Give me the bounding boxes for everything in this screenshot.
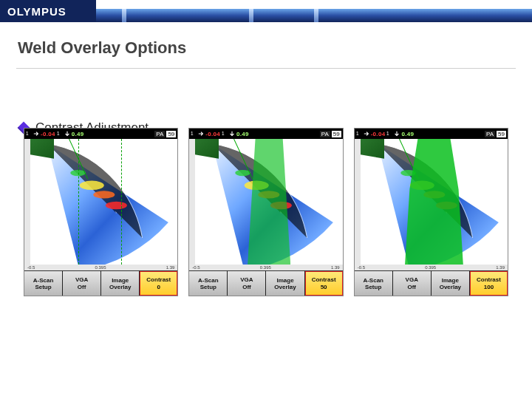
gate-line (121, 139, 122, 265)
readout-value-b: 0.49 (72, 131, 84, 137)
sector-scan-image: -0.5 0.395 1.39 (189, 139, 342, 270)
ascan-setup-button[interactable]: A-ScanSetup (355, 270, 393, 296)
image-overlay-button[interactable]: ImageOverlay (432, 270, 470, 296)
control-row: A-ScanSetup VGAOff ImageOverlay Contrast… (355, 270, 508, 296)
axis-vertical (355, 139, 361, 265)
vga-button[interactable]: VGAOff (393, 270, 432, 296)
mode-badge: PA (320, 131, 330, 137)
axis-horizontal: -0.5 0.395 1.39 (24, 265, 177, 270)
sector-scan-image: -0.5 0.395 1.39 (355, 139, 508, 270)
axis-tick: 1.39 (166, 265, 175, 270)
brand-bar: OLYMPUS (0, 0, 532, 22)
axis-vertical (189, 139, 195, 265)
svg-text:1: 1 (26, 131, 29, 136)
arrow-right-icon (33, 131, 39, 137)
panel-row: 1 -0.04 1 0.49 PA 59 (24, 128, 508, 296)
svg-text:1: 1 (57, 131, 60, 136)
svg-text:1: 1 (386, 131, 389, 136)
arrow-down-icon (64, 131, 70, 137)
axis-vertical (24, 139, 30, 265)
readout-bar: 1 -0.04 1 0.49 PA 59 (24, 129, 177, 139)
svg-point-3 (93, 191, 115, 198)
contrast-button[interactable]: Contrast50 (305, 270, 343, 296)
axis-tick: 0.395 (425, 265, 436, 270)
angle-badge: 59 (497, 131, 506, 137)
cursor-1-icon: 1 (26, 131, 32, 137)
readout-value-a: -0.04 (41, 131, 55, 137)
svg-point-4 (106, 202, 127, 209)
gate-line (78, 139, 79, 265)
svg-text:1: 1 (222, 131, 225, 136)
readout-value-b: 0.49 (401, 131, 414, 137)
arrow-down-icon (394, 131, 400, 137)
axis-tick: 1.39 (496, 265, 505, 270)
svg-text:1: 1 (191, 131, 194, 136)
contrast-button[interactable]: Contrast100 (470, 270, 508, 296)
image-overlay-button[interactable]: ImageOverlay (266, 270, 304, 296)
sector-scan-image: -0.5 0.395 1.39 (24, 139, 177, 270)
axis-horizontal: -0.5 0.395 1.39 (355, 265, 508, 270)
axis-tick: 0.395 (95, 265, 106, 270)
brand-ribbon (96, 0, 532, 22)
instrument-panel: 1 -0.04 1 0.49 PA 59 (354, 128, 508, 296)
readout-bar: 1 -0.04 1 0.49 PA 59 (189, 129, 342, 139)
arrow-right-icon (364, 131, 369, 137)
axis-tick: -0.5 (192, 265, 200, 270)
axis-tick: -0.5 (27, 265, 35, 270)
title-rule (16, 68, 516, 69)
angle-badge: 59 (332, 131, 341, 137)
readout-value-a: -0.04 (205, 131, 220, 137)
vga-button[interactable]: VGAOff (228, 270, 266, 296)
mode-badge: PA (154, 131, 165, 137)
cursor-1-icon: 1 (57, 131, 63, 137)
readout-bar: 1 -0.04 1 0.49 PA 59 (355, 129, 508, 139)
cursor-1-icon: 1 (191, 131, 197, 137)
svg-text:1: 1 (356, 131, 359, 136)
slide-title: Weld Overlay Options (18, 38, 516, 58)
readout-value-a: -0.04 (371, 131, 386, 137)
axis-tick: 1.39 (331, 265, 340, 270)
control-row: A-ScanSetup VGAOff ImageOverlay Contrast… (24, 270, 177, 296)
axis-horizontal: -0.5 0.395 1.39 (189, 265, 342, 270)
ascan-setup-button[interactable]: A-ScanSetup (189, 270, 228, 296)
brand-logo: OLYMPUS (0, 0, 96, 22)
image-overlay-button[interactable]: ImageOverlay (101, 270, 140, 296)
control-row: A-ScanSetup VGAOff ImageOverlay Contrast… (189, 270, 342, 296)
slide-body: Weld Overlay Options Contrast Adjustment… (0, 22, 532, 399)
cursor-1-icon: 1 (222, 131, 228, 137)
arrow-down-icon (229, 131, 235, 137)
mode-badge: PA (485, 131, 495, 137)
readout-value-b: 0.49 (236, 131, 249, 137)
arrow-right-icon (198, 131, 204, 137)
instrument-panel: 1 -0.04 1 0.49 PA 59 (24, 128, 178, 296)
vga-button[interactable]: VGAOff (63, 270, 101, 296)
axis-tick: 0.395 (260, 265, 271, 270)
cursor-1-icon: 1 (356, 131, 362, 137)
angle-badge: 59 (166, 131, 176, 137)
svg-point-2 (80, 181, 104, 191)
instrument-panel: 1 -0.04 1 0.49 PA 59 (188, 128, 343, 296)
contrast-button[interactable]: Contrast0 (140, 270, 177, 296)
ascan-setup-button[interactable]: A-ScanSetup (24, 270, 63, 296)
cursor-1-icon: 1 (386, 131, 392, 137)
axis-tick: -0.5 (358, 265, 365, 270)
